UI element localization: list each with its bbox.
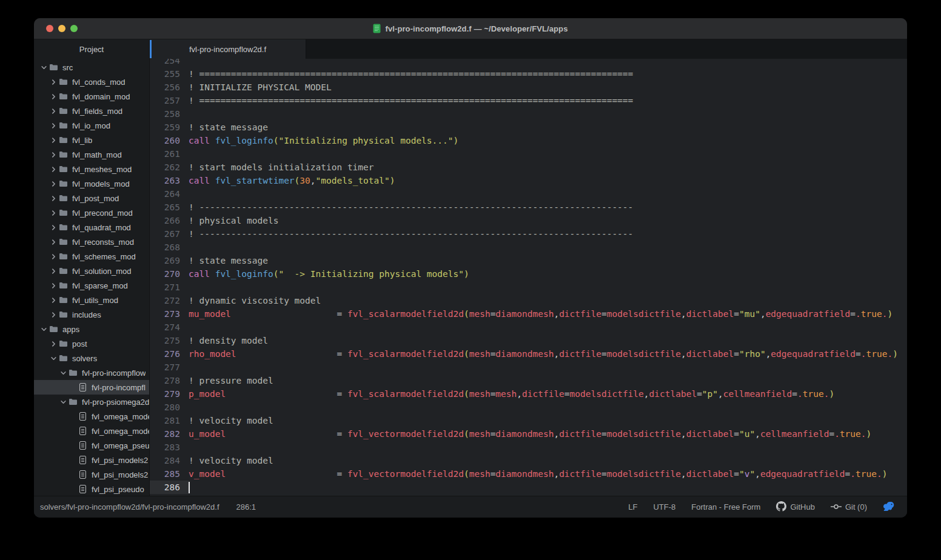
minimize-window-button[interactable] — [58, 25, 65, 32]
chevron-right-icon[interactable] — [49, 298, 58, 303]
code-line-279[interactable]: 279p_model = fvl_scalarmodelfield2d(mesh… — [150, 387, 907, 401]
line-ending-indicator[interactable]: LF — [628, 502, 637, 512]
tree-item-fvl-psi-pseudo[interactable]: fvl_psi_pseudo — [34, 482, 149, 496]
squirrel-button[interactable] — [883, 501, 895, 513]
code-line-262[interactable]: 262! start models initialization timer — [150, 161, 907, 174]
chevron-right-icon[interactable] — [49, 225, 58, 230]
tree-item-fvl-post-mod[interactable]: fvl_post_mod — [34, 191, 149, 205]
code-line-266[interactable]: 266! physical models — [150, 214, 907, 227]
chevron-right-icon[interactable] — [49, 181, 58, 187]
chevron-down-icon[interactable] — [39, 327, 49, 332]
code-line-269[interactable]: 269! state message — [150, 254, 907, 267]
chevron-right-icon[interactable] — [49, 210, 58, 216]
code-line-260[interactable]: 260call fvl_loginfo("Initializing physic… — [150, 134, 907, 147]
code-line-270[interactable]: 270call fvl_loginfo(" -> Initializing ph… — [150, 267, 907, 281]
code-line-277[interactable]: 277 — [150, 361, 907, 374]
code-line-285[interactable]: 285v_model = fvl_vectormodelfield2d(mesh… — [150, 467, 907, 481]
tree-item-fvl-math-mod[interactable]: fvl_math_mod — [34, 147, 149, 162]
tree-item-includes[interactable]: includes — [34, 307, 149, 322]
code-line-283[interactable]: 283 — [150, 441, 907, 454]
cursor-position-indicator[interactable]: 286:1 — [236, 502, 256, 512]
tree-item-fvl-pro-incompflow[interactable]: fvl-pro-incompflow — [34, 365, 149, 380]
tree-item-fvl-quadrat-mod[interactable]: fvl_quadrat_mod — [34, 220, 149, 235]
tree-item-fvl-psi-models2[interactable]: fvl_psi_models2 — [34, 467, 149, 482]
tree-item-fvl-domain-mod[interactable]: fvl_domain_mod — [34, 89, 149, 104]
chevron-right-icon[interactable] — [49, 123, 58, 128]
code-line-255[interactable]: 255! ===================================… — [150, 67, 907, 81]
chevron-right-icon[interactable] — [49, 79, 58, 85]
chevron-right-icon[interactable] — [49, 254, 58, 259]
chevron-right-icon[interactable] — [49, 108, 58, 114]
code-line-281[interactable]: 281! velocity model — [150, 414, 907, 427]
chevron-right-icon[interactable] — [49, 196, 58, 201]
tree-item-fvl-io-mod[interactable]: fvl_io_mod — [34, 118, 149, 133]
code-editor[interactable]: 254255! ================================… — [150, 59, 907, 496]
code-line-276[interactable]: 276rho_model = fvl_scalarmodelfield2d(me… — [150, 347, 907, 361]
tree-item-fvl-psi-models2[interactable]: fvl_psi_models2 — [34, 453, 149, 467]
tree-item-fvl-omega-pseu[interactable]: fvl_omega_pseu — [34, 438, 149, 453]
tree-item-fvl-omega-mode[interactable]: fvl_omega_mode — [34, 409, 149, 424]
tree-item-fvl-omega-mode[interactable]: fvl_omega_mode — [34, 424, 149, 438]
code-line-256[interactable]: 256! INITIALIZE PHYSICAL MODEL — [150, 81, 907, 94]
line-content: ! state message — [189, 254, 907, 267]
tree-item-fvl-precond-mod[interactable]: fvl_precond_mod — [34, 205, 149, 220]
chevron-right-icon[interactable] — [49, 341, 58, 347]
code-line-275[interactable]: 275! density model — [150, 334, 907, 347]
github-button[interactable]: GitHub — [776, 501, 814, 513]
git-status-button[interactable]: Git (0) — [831, 502, 867, 512]
code-line-265[interactable]: 265! -----------------------------------… — [150, 201, 907, 214]
tree-item-post[interactable]: post — [34, 336, 149, 351]
chevron-right-icon[interactable] — [49, 268, 58, 274]
chevron-right-icon[interactable] — [49, 167, 58, 172]
code-line-280[interactable]: 280 — [150, 401, 907, 414]
code-line-257[interactable]: 257! ===================================… — [150, 94, 907, 107]
chevron-down-icon[interactable] — [58, 370, 68, 376]
tree-item-fvl-fields-mod[interactable]: fvl_fields_mod — [34, 104, 149, 118]
code-line-268[interactable]: 268 — [150, 241, 907, 254]
tree-item-fvl-sparse-mod[interactable]: fvl_sparse_mod — [34, 278, 149, 293]
tree-item-fvl-schemes-mod[interactable]: fvl_schemes_mod — [34, 249, 149, 264]
code-line-267[interactable]: 267! -----------------------------------… — [150, 227, 907, 241]
code-line-271[interactable]: 271 — [150, 281, 907, 294]
code-line-272[interactable]: 272! dynamic viscosity model — [150, 294, 907, 307]
close-window-button[interactable] — [46, 25, 53, 32]
tree-item-fvl-models-mod[interactable]: fvl_models_mod — [34, 176, 149, 191]
chevron-down-icon[interactable] — [39, 65, 49, 70]
tree-item-fvl-utils-mod[interactable]: fvl_utils_mod — [34, 293, 149, 307]
code-line-259[interactable]: 259! state message — [150, 121, 907, 134]
language-mode-indicator[interactable]: Fortran - Free Form — [691, 502, 760, 512]
chevron-right-icon[interactable] — [49, 239, 58, 245]
code-line-273[interactable]: 273mu_model = fvl_scalarmodelfield2d(mes… — [150, 307, 907, 321]
code-line-286[interactable]: 286 — [150, 481, 907, 494]
code-line-261[interactable]: 261 — [150, 147, 907, 161]
code-line-263[interactable]: 263call fvl_startwtimer(30,"models_total… — [150, 174, 907, 187]
file-path-breadcrumb[interactable]: solvers/fvl-pro-incompflow2d/fvl-pro-inc… — [40, 502, 219, 512]
chevron-right-icon[interactable] — [49, 312, 58, 318]
chevron-right-icon[interactable] — [49, 152, 58, 158]
chevron-down-icon[interactable] — [49, 356, 58, 361]
tree-item-fvl-meshes-mod[interactable]: fvl_meshes_mod — [34, 162, 149, 176]
chevron-right-icon[interactable] — [49, 138, 58, 143]
tree-item-apps[interactable]: apps — [34, 322, 149, 336]
tree-item-fvl-pro-incompfl[interactable]: fvl-pro-incompfl — [34, 380, 149, 395]
maximize-window-button[interactable] — [70, 25, 78, 32]
code-line-282[interactable]: 282u_model = fvl_vectormodelfield2d(mesh… — [150, 427, 907, 441]
encoding-indicator[interactable]: UTF-8 — [653, 502, 675, 512]
chevron-right-icon[interactable] — [49, 283, 58, 288]
tree-item-solvers[interactable]: solvers — [34, 351, 149, 365]
tree-item-fvl-reconsts-mod[interactable]: fvl_reconsts_mod — [34, 235, 149, 249]
code-line-284[interactable]: 284! velocity model — [150, 454, 907, 467]
code-line-254[interactable]: 254 — [150, 59, 907, 67]
code-line-278[interactable]: 278! pressure model — [150, 374, 907, 387]
tree-item-fvl-solution-mod[interactable]: fvl_solution_mod — [34, 264, 149, 278]
code-line-274[interactable]: 274 — [150, 321, 907, 334]
tab-fvl-pro-incompflow2d[interactable]: fvl-pro-incompflow2d.f — [150, 39, 306, 59]
chevron-right-icon[interactable] — [49, 94, 58, 99]
code-line-258[interactable]: 258 — [150, 107, 907, 121]
tree-item-fvl-pro-psiomega2d[interactable]: fvl-pro-psiomega2d — [34, 395, 149, 409]
tree-item-fvl-lib[interactable]: fvl_lib — [34, 133, 149, 147]
code-line-264[interactable]: 264 — [150, 187, 907, 201]
tree-item-fvl-conds-mod[interactable]: fvl_conds_mod — [34, 75, 149, 89]
chevron-down-icon[interactable] — [58, 399, 68, 405]
tree-item-src[interactable]: src — [34, 60, 149, 75]
